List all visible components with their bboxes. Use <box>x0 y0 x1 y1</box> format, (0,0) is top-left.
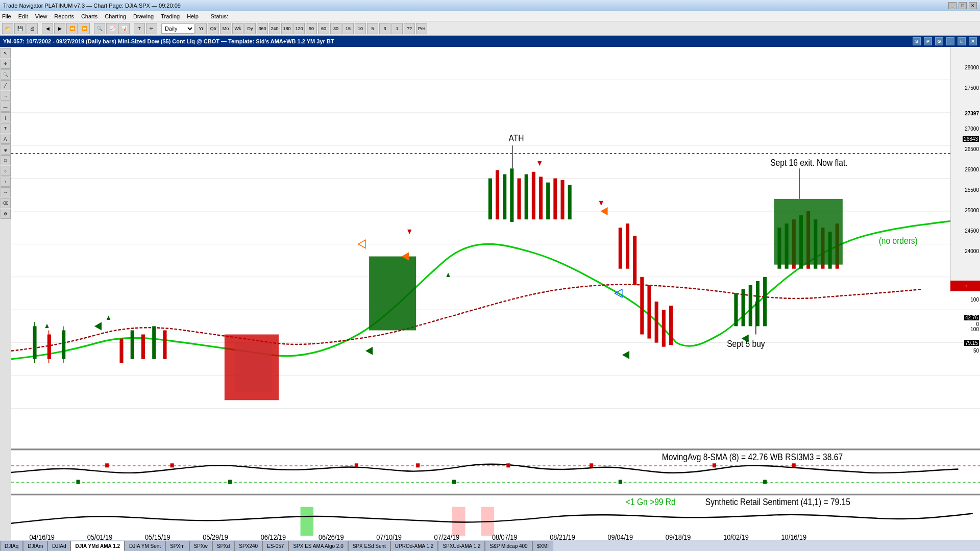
toolbar-15[interactable]: 15 <box>342 23 354 34</box>
chart-tab-3[interactable]: DJIA YMd AMA 1.2 <box>70 541 125 551</box>
toolbar-btn-8[interactable]: 🔍 <box>94 23 105 34</box>
svg-rect-31 <box>532 172 535 219</box>
backtest-line: - 47 winners <box>849 245 943 253</box>
toolbar-dy[interactable]: Dy <box>244 23 256 34</box>
toolbar-120[interactable]: 120 <box>293 23 305 34</box>
tool-crosshair[interactable]: ✛ <box>1 59 11 69</box>
chart-p-button[interactable]: P <box>924 37 932 45</box>
svg-rect-52 <box>785 223 789 269</box>
svg-text:▼: ▼ <box>406 227 413 236</box>
tool-arrow[interactable]: ↑ <box>1 177 11 187</box>
chart-tab-2[interactable]: DJIAd <box>47 541 70 551</box>
toolbar-3[interactable]: 3 <box>379 23 390 34</box>
toolbar-btn-12[interactable]: ✏ <box>146 23 157 34</box>
toolbar-qtr[interactable]: Qtr <box>208 23 219 34</box>
toolbar-wk[interactable]: Wk <box>232 23 243 34</box>
menu-charting[interactable]: Charting <box>105 13 126 19</box>
chart-tab-11[interactable]: SPX ESd Sent <box>348 541 390 551</box>
toolbar-30[interactable]: 30 <box>330 23 341 34</box>
chart-max-button[interactable]: □ <box>958 37 966 45</box>
chart-min-button[interactable]: _ <box>946 37 954 45</box>
tool-ellipse[interactable]: ○ <box>1 166 11 176</box>
toolbar-btn-9[interactable]: 📈 <box>106 23 117 34</box>
chart-tab-7[interactable]: SPXd <box>212 541 235 551</box>
toolbar-1[interactable]: 1 <box>391 23 403 34</box>
toolbar-btn-7[interactable]: ⏩ <box>79 23 90 34</box>
menu-edit[interactable]: Edit <box>18 13 28 19</box>
toolbar-btn-3[interactable]: 🖨 <box>27 23 38 34</box>
menu-charts[interactable]: Charts <box>81 13 97 19</box>
chart-tab-4[interactable]: DJIA YM Sent <box>125 541 165 551</box>
scroll-right-arrow[interactable]: → <box>950 281 980 291</box>
tool-erase[interactable]: ⌫ <box>1 198 11 208</box>
price-scale: 28000 27500 27397 27000 26843 26500 2600… <box>950 47 980 292</box>
toolbar-240[interactable]: 240 <box>269 23 280 34</box>
chart-g-button[interactable]: G <box>935 37 943 45</box>
toolbar-btn-11[interactable]: T <box>134 23 145 34</box>
menu-file[interactable]: File <box>2 13 11 19</box>
info-box-line: - Exit position upon appearance of a sol… <box>245 284 415 299</box>
chart-tab-8[interactable]: SPX240 <box>234 541 262 551</box>
toolbar-per2[interactable]: Per <box>416 23 427 34</box>
timeframe-select[interactable]: Daily Weekly Monthly Hourly <box>161 23 194 34</box>
svg-rect-35 <box>560 180 564 219</box>
toolbar-90[interactable]: 90 <box>306 23 317 34</box>
chart-tab-0[interactable]: DJIAq <box>0 541 23 551</box>
menu-view[interactable]: View <box>35 13 47 19</box>
svg-rect-113 <box>228 480 232 484</box>
tool-vline[interactable]: | <box>1 112 11 122</box>
toolbar-btn-4[interactable]: ◀ <box>42 23 53 34</box>
chart-tab-15[interactable]: $XMI <box>532 541 553 551</box>
tool-zoom[interactable]: 🔍 <box>1 69 11 80</box>
chart-close-button[interactable]: ✕ <box>969 37 977 45</box>
chart-tab-1[interactable]: DJIAm <box>23 541 47 551</box>
toolbar-per[interactable]: ?? <box>404 23 415 34</box>
tool-ray[interactable]: → <box>1 91 11 101</box>
chart-tab-13[interactable]: SPXUd-AMA 1.2 <box>438 541 485 551</box>
svg-marker-99 <box>742 335 749 343</box>
tool-prop[interactable]: ⚙ <box>1 209 11 219</box>
maximize-button[interactable]: □ <box>959 2 967 9</box>
chart-s-button[interactable]: S <box>913 37 921 45</box>
toolbar-yr[interactable]: Yr <box>195 23 207 34</box>
tool-rect[interactable]: □ <box>1 155 11 165</box>
toolbar-5[interactable]: 5 <box>367 23 378 34</box>
minimize-button[interactable]: _ <box>948 2 957 9</box>
chart-tab-14[interactable]: S&P Midcap 400 <box>485 541 532 551</box>
toolbar-btn-6[interactable]: ⏪ <box>66 23 78 34</box>
price-27000: 27000 <box>965 126 979 132</box>
menu-drawing[interactable]: Drawing <box>133 13 154 19</box>
menu-reports[interactable]: Reports <box>54 13 74 19</box>
tool-text[interactable]: T <box>1 123 11 133</box>
close-button[interactable]: ✕ <box>969 2 977 9</box>
svg-rect-21 <box>152 326 156 359</box>
toolbar-btn-1[interactable]: 📂 <box>2 23 13 34</box>
toolbar-10[interactable]: 10 <box>355 23 366 34</box>
chart-tab-9[interactable]: ES-057 <box>262 541 288 551</box>
menu-trading[interactable]: Trading <box>161 13 180 19</box>
toolbar-btn-2[interactable]: 💾 <box>14 23 26 34</box>
tool-hline[interactable]: — <box>1 102 11 112</box>
toolbar-180[interactable]: 180 <box>281 23 292 34</box>
tool-channel[interactable]: ⋀ <box>1 134 11 144</box>
tool-measure[interactable]: ↔ <box>1 187 11 197</box>
tool-fib[interactable]: φ <box>1 144 11 155</box>
svg-rect-59 <box>836 223 839 269</box>
toolbar-360[interactable]: 360 <box>257 23 268 34</box>
toolbar-60[interactable]: 60 <box>318 23 329 34</box>
price-27397: 27397 <box>965 111 979 116</box>
chart-tab-6[interactable]: SPXw <box>189 541 212 551</box>
backtest-box: AMA+WB 1.2 YM Strategy 3-year Backtest R… <box>845 210 947 340</box>
toolbar-mo[interactable]: Mo <box>220 23 231 34</box>
svg-text:▲: ▲ <box>105 313 112 321</box>
chart-tab-12[interactable]: UPROd-AMA 1.2 <box>390 541 438 551</box>
toolbar-btn-10[interactable]: 📊 <box>118 23 130 34</box>
chart-tab-10[interactable]: SPX ES AMA Algo 2.0 <box>288 541 348 551</box>
svg-rect-109 <box>590 463 593 467</box>
menu-help[interactable]: Help <box>187 13 199 19</box>
tool-line[interactable]: ╱ <box>1 80 11 90</box>
tool-cursor[interactable]: ↖ <box>1 48 11 58</box>
svg-rect-115 <box>619 480 622 484</box>
toolbar-btn-5[interactable]: ▶ <box>54 23 65 34</box>
chart-tab-5[interactable]: SPXm <box>165 541 189 551</box>
